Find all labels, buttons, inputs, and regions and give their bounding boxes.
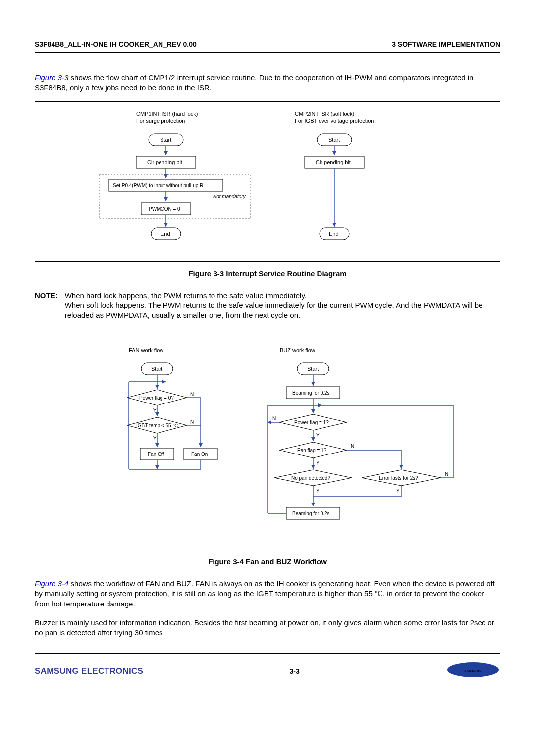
figure-3-4-frame: FAN work flow Start Power flag = 0? N Y … [35, 336, 500, 550]
para-fig34: Figure 3-4 shows the workflow of FAN and… [35, 579, 500, 609]
left-end: End [160, 231, 170, 237]
y4: Y [316, 460, 320, 466]
figure-3-3-link[interactable]: Figure 3-3 [35, 73, 68, 82]
fan-title: FAN work flow [129, 347, 163, 353]
intro-paragraph: Figure 3-3 shows the flow chart of CMP1/… [35, 73, 500, 93]
page-header: S3F84B8_ALL-IN-ONE IH COOKER_AN_REV 0.00… [35, 40, 500, 53]
figure-3-4-link[interactable]: Figure 3-4 [35, 579, 68, 588]
beaming2: Beaming for 0.2s [292, 511, 330, 516]
cmp2-title1: CMP2INT ISR (soft lock) [295, 111, 354, 117]
cmp1-title1: CMP1INT ISR (hard lock) [136, 111, 198, 117]
footer-company: SAMSUNG ELECTRONICS [35, 666, 143, 677]
figure-3-3-caption: Figure 3-3 Interrupt Service Routine Dia… [35, 269, 500, 279]
logo-text: SAMSUNG [464, 669, 482, 672]
fan-buz-diagram: FAN work flow Start Power flag = 0? N Y … [45, 343, 490, 536]
note-block: NOTE: When hard lock happens, the PWM re… [35, 291, 500, 321]
y5: Y [316, 488, 320, 494]
para34-text: shows the workflow of FAN and BUZ. FAN i… [35, 579, 495, 608]
cmp1-title2: For surge protection [136, 118, 185, 124]
right-start: Start [328, 137, 340, 143]
y1: Y [153, 408, 157, 413]
footer-page-number: 3-3 [289, 667, 299, 676]
buz-title: BUZ work flow [280, 347, 315, 353]
powerflag1: Power flag = 1? [294, 420, 329, 425]
fanon: Fan On [191, 452, 208, 457]
pwmcon: PWMCON = 0 [149, 206, 180, 212]
n2: N [190, 419, 194, 425]
buz-start: Start [307, 366, 319, 372]
n3: N [272, 416, 276, 421]
page-footer: SAMSUNG ELECTRONICS 3-3 SAMSUNG [35, 653, 500, 681]
n5: N [445, 471, 448, 477]
nopan: No pan detected? [291, 475, 330, 481]
fanoff: Fan Off [148, 452, 164, 457]
note-label: NOTE: [35, 291, 58, 321]
powerflag0: Power flag = 0? [139, 395, 174, 401]
not-mandatory: Not mandatory [213, 194, 246, 199]
cmp2-title2: For IGBT over voltage protection [295, 118, 374, 124]
header-right: 3 SOFTWARE IMPLEMENTATION [392, 40, 500, 49]
header-left: S3F84B8_ALL-IN-ONE IH COOKER_AN_REV 0.00 [35, 40, 197, 49]
panflag1: Pan flag = 1? [297, 448, 327, 453]
intro-text: shows the flow chart of CMP1/2 interrupt… [35, 73, 473, 92]
n1: N [190, 392, 194, 397]
y6: Y [396, 488, 400, 494]
para-buzzer: Buzzer is mainly used for information in… [35, 618, 500, 638]
setp04: Set P0.4(PWM) to input without pull-up R [113, 183, 203, 188]
y3: Y [316, 433, 320, 438]
figure-3-3-frame: CMP1INT ISR (hard lock) For surge protec… [35, 101, 500, 261]
right-end: End [329, 231, 339, 237]
note-text: When hard lock happens, the PWM returns … [65, 291, 500, 321]
beaming1: Beaming for 0.2s [292, 390, 330, 396]
n4: N [351, 444, 354, 449]
y2: Y [153, 436, 157, 441]
errlast: Error lasts for 2s? [379, 475, 418, 481]
igbt55: IGBT temp < 55 ℃ [136, 423, 178, 428]
figure-3-4-caption: Figure 3-4 Fan and BUZ Workflow [35, 557, 500, 567]
isr-diagram: CMP1INT ISR (hard lock) For surge protec… [45, 109, 490, 248]
fan-start: Start [151, 366, 162, 372]
right-clr: Clr pending bit [316, 159, 351, 165]
samsung-logo: SAMSUNG [446, 661, 500, 681]
left-clr: Clr pending bit [147, 159, 182, 165]
left-start: Start [160, 137, 171, 143]
